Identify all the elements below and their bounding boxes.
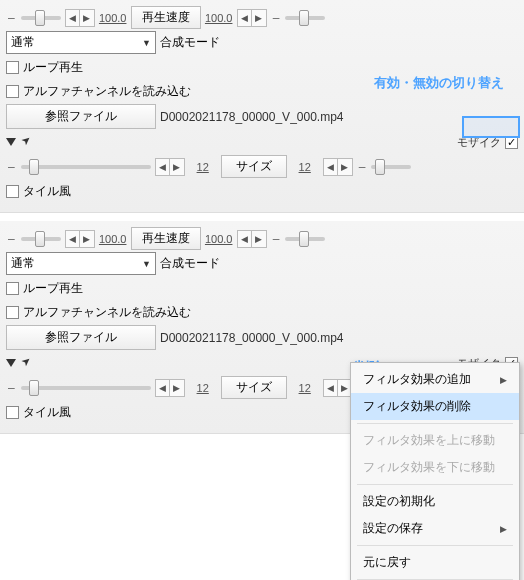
dash-icon: – [6,11,17,25]
select-value: 通常 [11,255,35,272]
menu-move-up: フィルタ効果を上に移動 [351,427,519,442]
filter-panel-1: – ◀▶ 100.0 再生速度 100.0 ◀▶ – 通常 ▼ 合成モード ルー… [0,0,524,213]
dash-icon: – [6,160,17,174]
size-val-l[interactable]: 12 [189,382,217,394]
alpha-checkbox[interactable] [6,306,19,319]
cursor-icon [22,135,34,149]
select-value: 通常 [11,34,35,51]
tile-label: タイル風 [23,183,71,200]
menu-label: フィルタ効果を上に移動 [363,432,495,442]
collapse-triangle-icon[interactable] [6,359,16,367]
slider-2[interactable] [285,237,325,241]
tile-checkbox[interactable] [6,185,19,198]
blend-mode-select[interactable]: 通常 ▼ [6,31,156,54]
tile-label: タイル風 [23,404,71,421]
stepper-2[interactable]: ◀▶ [237,9,267,27]
size-val-l[interactable]: 12 [189,161,217,173]
loop-checkbox[interactable] [6,282,19,295]
menu-delete-filter[interactable]: フィルタ効果の削除 [351,393,519,420]
menu-label: フィルタ効果の追加 [363,371,471,388]
size-stepper-r[interactable]: ◀▶ [323,379,353,397]
blend-row: 通常 ▼ 合成モード [6,31,518,54]
size-val-r[interactable]: 12 [291,382,319,394]
menu-separator [357,423,513,424]
size-slider-r[interactable] [371,165,411,169]
size-val-r[interactable]: 12 [291,161,319,173]
blend-mode-label: 合成モード [160,255,220,272]
size-slider-l[interactable] [21,165,151,169]
annotation-box-checkbox [462,116,520,138]
loop-label: ループ再生 [23,280,83,297]
val-2l[interactable]: 100.0 [99,233,127,245]
menu-label: フィルタ効果の削除 [363,398,471,415]
size-stepper-r[interactable]: ◀▶ [323,158,353,176]
alpha-row: アルファチャンネルを読み込む [6,301,518,323]
submenu-arrow-icon: ▶ [500,375,507,385]
loop-row: ループ再生 [6,277,518,299]
filename-label: D0002021178_00000_V_000.mp4 [160,110,344,124]
mosaic-header: モザイク [6,131,518,153]
dash-icon: – [271,11,282,25]
top-row: – ◀▶ 100.0 再生速度 100.0 ◀▶ – [6,6,518,29]
reference-file-button[interactable]: 参照ファイル [6,104,156,129]
stepper-1[interactable]: ◀▶ [65,9,95,27]
alpha-label: アルファチャンネルを読み込む [23,83,191,100]
cursor-icon [22,356,34,370]
loop-label: ループ再生 [23,59,83,76]
dash-icon: – [6,381,17,395]
alpha-label: アルファチャンネルを読み込む [23,304,191,321]
ref-row: 参照ファイル D0002021178_00000_V_000.mp4 [6,104,518,129]
val-1r[interactable]: 100.0 [205,12,233,24]
reference-file-button[interactable]: 参照ファイル [6,325,156,350]
blend-mode-select[interactable]: 通常 ▼ [6,252,156,275]
playback-speed-button[interactable]: 再生速度 [131,6,201,29]
menu-add-filter[interactable]: フィルタ効果の追加 ▶ [351,366,519,393]
size-row: – ◀▶ 12 サイズ 12 ◀▶ – [6,155,518,178]
alpha-checkbox[interactable] [6,85,19,98]
chevron-down-icon: ▼ [142,38,151,48]
slider-1[interactable] [21,16,61,20]
blend-row: 通常 ▼ 合成モード [6,252,518,275]
tile-row: タイル風 [6,180,518,202]
stepper-2[interactable]: ◀▶ [237,230,267,248]
blend-mode-label: 合成モード [160,34,220,51]
context-menu: フィルタ効果の追加 ▶ フィルタ効果の削除 フィルタ効果を上に移動 フィルタ効果… [350,362,520,442]
size-button[interactable]: サイズ [221,155,287,178]
val-2r[interactable]: 100.0 [205,233,233,245]
filename-label: D0002021178_00000_V_000.mp4 [160,331,344,345]
slider-1[interactable] [21,237,61,241]
tile-checkbox[interactable] [6,406,19,419]
slider-2[interactable] [285,16,325,20]
playback-speed-button[interactable]: 再生速度 [131,227,201,250]
loop-checkbox[interactable] [6,61,19,74]
size-button[interactable]: サイズ [221,376,287,399]
chevron-down-icon: ▼ [142,259,151,269]
dash-icon: – [357,160,368,174]
val-1l[interactable]: 100.0 [99,12,127,24]
size-slider-l[interactable] [21,386,151,390]
annotation-enable-toggle: 有効・無効の切り替え [374,74,504,92]
ref-row: 参照ファイル D0002021178_00000_V_000.mp4 [6,325,518,350]
size-stepper-l[interactable]: ◀▶ [155,158,185,176]
top-row: – ◀▶ 100.0 再生速度 100.0 ◀▶ – [6,227,518,250]
dash-icon: – [6,232,17,246]
stepper-1[interactable]: ◀▶ [65,230,95,248]
size-stepper-l[interactable]: ◀▶ [155,379,185,397]
collapse-triangle-icon[interactable] [6,138,16,146]
dash-icon: – [271,232,282,246]
